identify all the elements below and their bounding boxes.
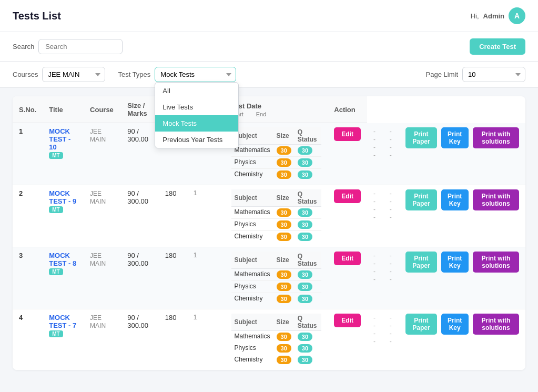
print-paper-button[interactable]: Print Paper	[405, 314, 437, 335]
print-key-button[interactable]: Print Key	[441, 189, 469, 210]
dropdown-option-prev[interactable]: Previous Year Tests	[155, 132, 238, 148]
cell-print-buttons: Print Paper Print Key Print with solutio…	[399, 185, 525, 247]
courses-filter-group: Courses JEE MAIN	[13, 67, 105, 82]
end-date: ----	[390, 314, 392, 345]
dropdown-option-live[interactable]: Live Tests	[155, 99, 238, 115]
search-input[interactable]	[38, 39, 123, 54]
create-test-button[interactable]: Create Test	[470, 38, 525, 55]
qstatus-col-header: Q Status	[295, 314, 322, 331]
subject-name: Mathematics	[231, 331, 273, 343]
print-key-button[interactable]: Print Key	[441, 314, 469, 335]
user-info: Hi, Admin A	[471, 7, 525, 24]
print-solution-button[interactable]: Print with solutions	[473, 314, 519, 335]
cell-course: JEE MAIN	[84, 185, 121, 247]
print-paper-button[interactable]: Print Paper	[405, 252, 437, 273]
page-limit-select[interactable]: 10 25 50	[462, 67, 525, 82]
subject-qstatus: 30	[295, 157, 322, 169]
size-pill: 30	[277, 295, 291, 303]
cell-start-date: ----	[367, 309, 383, 370]
start-date: ----	[373, 128, 375, 159]
print-buttons-group: Print Paper Print Key Print with solutio…	[405, 252, 519, 273]
edit-button[interactable]: Edit	[334, 252, 361, 265]
end-date: ----	[390, 190, 392, 221]
subject-row: Chemistry 30 30	[231, 169, 322, 181]
subject-row: Mathematics 30 30	[231, 207, 322, 219]
course-value: JEE MAIN	[90, 314, 106, 329]
page-title: Tests List	[13, 10, 61, 22]
size-col-header: Size	[273, 127, 295, 145]
course-value: JEE MAIN	[90, 190, 106, 205]
subject-name: Chemistry	[231, 354, 273, 366]
cell-actions: Subject Size Q Status Mathematics 30 30 …	[225, 247, 328, 309]
cell-edit: Edit	[328, 123, 367, 185]
subject-size: 30	[273, 157, 295, 169]
toolbar: Search Create Test	[0, 32, 538, 62]
cell-end-date: ----	[383, 123, 400, 185]
cell-start-date: ----	[367, 123, 383, 185]
cell-end-date: ----	[383, 309, 400, 370]
edit-button[interactable]: Edit	[334, 127, 361, 141]
print-key-button[interactable]: Print Key	[441, 127, 469, 148]
subject-size: 30	[273, 343, 295, 354]
cell-end-date: ----	[383, 185, 400, 247]
subject-qstatus: 30	[295, 169, 322, 181]
cell-sno: 3	[13, 247, 43, 309]
col-action: Action	[328, 96, 367, 123]
cell-print-buttons: Print Paper Print Key Print with solutio…	[399, 123, 525, 185]
subject-row: Physics 30 30	[231, 281, 322, 293]
subject-qstatus: 30	[295, 269, 322, 281]
startend-headers: StartEnd	[231, 111, 322, 117]
cell-title: MOCK TEST - 7MT	[43, 309, 84, 370]
subject-header-row: Subject Size Q Status	[231, 189, 322, 207]
courses-select[interactable]: JEE MAIN	[42, 67, 105, 82]
print-key-button[interactable]: Print Key	[441, 252, 469, 273]
subject-name: Mathematics	[231, 207, 273, 219]
cell-edit: Edit	[328, 185, 367, 247]
qstatus-pill: 30	[298, 283, 312, 291]
print-paper-button[interactable]: Print Paper	[405, 127, 437, 148]
subject-name: Physics	[231, 281, 273, 293]
dropdown-option-all[interactable]: All	[155, 83, 238, 99]
subject-header-row: Subject Size Q Status	[231, 314, 322, 331]
print-paper-button[interactable]: Print Paper	[405, 189, 437, 210]
size-pill: 30	[277, 270, 291, 279]
print-solution-button[interactable]: Print with solutions	[473, 189, 519, 210]
print-solution-button[interactable]: Print with solutions	[473, 252, 519, 273]
subject-table: Subject Size Q Status Mathematics 30 30 …	[231, 252, 322, 305]
col-sno: S.No.	[13, 96, 43, 123]
cell-sections: 1	[187, 185, 225, 247]
subject-name: Chemistry	[231, 231, 273, 243]
user-greeting: Hi,	[471, 12, 479, 20]
size-pill: 30	[277, 333, 291, 341]
qstatus-col-header: Q Status	[295, 252, 322, 269]
qstatus-pill: 30	[298, 220, 312, 229]
qstatus-pill: 30	[298, 270, 312, 279]
subject-name: Mathematics	[231, 269, 273, 281]
dropdown-option-mock[interactable]: Mock Tests	[155, 115, 238, 132]
size-pill: 30	[277, 344, 291, 353]
subject-name: Physics	[231, 343, 273, 354]
subject-size: 30	[273, 169, 295, 181]
test-name: MOCK TEST - 7	[49, 314, 77, 329]
subject-header-row: Subject Size Q Status	[231, 252, 322, 269]
badge-mt: MT	[49, 206, 63, 213]
print-solution-button[interactable]: Print with solutions	[473, 127, 519, 148]
qstatus-pill: 30	[298, 146, 312, 155]
cell-actions: Subject Size Q Status Mathematics 30 30 …	[225, 123, 328, 185]
test-types-select[interactable]: All Live Tests Mock Tests Previous Year …	[155, 67, 236, 82]
subject-name: Physics	[231, 219, 273, 231]
cell-actions: Subject Size Q Status Mathematics 30 30 …	[225, 185, 328, 247]
print-buttons-group: Print Paper Print Key Print with solutio…	[405, 127, 519, 148]
courses-label: Courses	[13, 71, 38, 78]
table-row: 3MOCK TEST - 8MTJEE MAIN90 / 300.001801 …	[13, 247, 525, 309]
col-test-date: Test DateStartEnd	[225, 96, 328, 123]
test-name: MOCK TEST - 10	[49, 127, 77, 151]
subject-qstatus: 30	[295, 343, 322, 354]
subject-qstatus: 30	[295, 281, 322, 293]
subject-qstatus: 30	[295, 354, 322, 366]
end-header: End	[256, 111, 267, 117]
size-pill: 30	[277, 170, 291, 179]
edit-button[interactable]: Edit	[334, 189, 361, 203]
edit-button[interactable]: Edit	[334, 314, 361, 327]
subject-row: Mathematics 30 30	[231, 145, 322, 157]
